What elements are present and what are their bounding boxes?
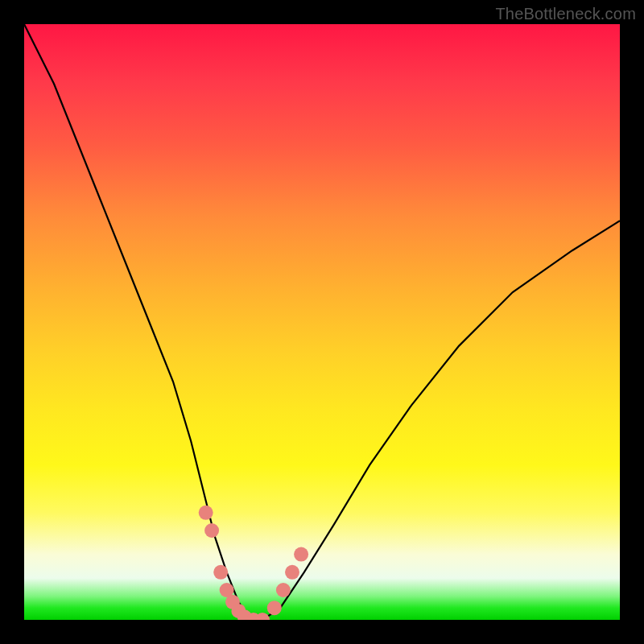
watermark-text: TheBottleneck.com (495, 5, 636, 23)
data-marker (213, 565, 228, 580)
data-marker (255, 613, 270, 620)
data-markers (199, 506, 308, 620)
data-marker (294, 547, 308, 562)
bottleneck-curve (24, 24, 620, 620)
data-marker (276, 583, 291, 597)
data-marker (267, 601, 282, 615)
chart-plot-area (24, 24, 620, 620)
data-marker (204, 523, 219, 538)
chart-svg (24, 24, 620, 620)
data-marker (285, 565, 299, 580)
data-marker (199, 506, 213, 520)
